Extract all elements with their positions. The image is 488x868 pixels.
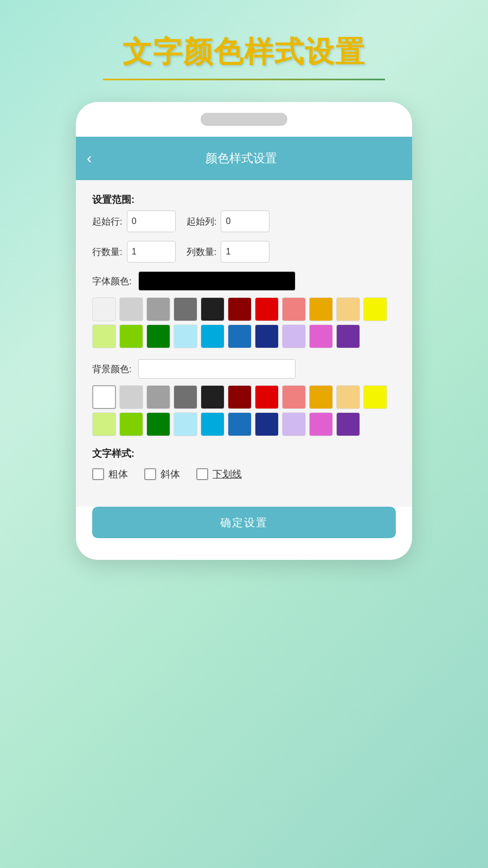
underline-checkbox[interactable] [196, 468, 208, 480]
text-style-label: 文字样式: [92, 447, 396, 460]
row-count-input[interactable] [127, 241, 176, 263]
color-swatch[interactable] [201, 297, 224, 321]
col-count-group: 列数量: [187, 241, 270, 263]
color-swatch[interactable] [174, 385, 197, 409]
color-swatch[interactable] [119, 412, 143, 436]
color-swatch[interactable] [174, 297, 197, 321]
color-swatch[interactable] [363, 297, 387, 321]
color-swatch[interactable] [255, 385, 279, 409]
color-swatch[interactable] [201, 324, 224, 348]
phone-frame: ‹ 颜色样式设置 设置范围: 起始行: 起始列: 行数量: 列数量: [76, 102, 412, 560]
bg-color-swatches [92, 385, 396, 436]
color-swatch[interactable] [92, 412, 116, 436]
app-header: ‹ 颜色样式设置 [76, 137, 412, 180]
bold-option[interactable]: 粗体 [92, 468, 128, 481]
phone-notch [201, 113, 287, 126]
color-swatch[interactable] [119, 385, 143, 409]
color-swatch[interactable] [92, 385, 116, 409]
bg-color-label: 背景颜色: [92, 363, 132, 375]
color-swatch[interactable] [146, 324, 170, 348]
color-swatch[interactable] [92, 324, 116, 348]
italic-checkbox[interactable] [144, 468, 156, 480]
color-swatch[interactable] [119, 324, 143, 348]
start-row-label: 起始行: [92, 215, 123, 228]
color-swatch[interactable] [282, 385, 306, 409]
start-row-row: 起始行: 起始列: [92, 210, 396, 232]
color-swatch[interactable] [255, 324, 279, 348]
color-swatch[interactable] [309, 297, 333, 321]
color-swatch[interactable] [309, 324, 333, 348]
color-swatch[interactable] [228, 412, 252, 436]
start-row-group: 起始行: [92, 210, 176, 232]
bold-label: 粗体 [108, 468, 128, 481]
color-swatch[interactable] [363, 385, 387, 409]
color-swatch[interactable] [146, 385, 170, 409]
color-swatch[interactable] [336, 297, 360, 321]
bg-color-row2 [92, 412, 396, 436]
italic-option[interactable]: 斜体 [144, 468, 180, 481]
title-underline [103, 79, 385, 80]
color-swatch[interactable] [228, 324, 252, 348]
content-area: 设置范围: 起始行: 起始列: 行数量: 列数量: 字体颜色: [76, 180, 412, 507]
color-swatch[interactable] [282, 297, 306, 321]
font-color-label: 字体颜色: [92, 275, 132, 288]
font-color-swatches [92, 297, 396, 348]
color-swatch[interactable] [174, 324, 197, 348]
font-color-preview[interactable] [138, 271, 296, 291]
count-row: 行数量: 列数量: [92, 241, 396, 263]
bg-color-row1 [92, 385, 396, 409]
color-swatch[interactable] [255, 412, 279, 436]
color-swatch[interactable] [309, 385, 333, 409]
start-col-label: 起始列: [187, 215, 217, 228]
color-swatch[interactable] [119, 297, 143, 321]
header-title: 颜色样式设置 [102, 150, 380, 167]
underline-label: 下划线 [213, 468, 242, 481]
start-col-group: 起始列: [187, 210, 270, 232]
color-swatch[interactable] [201, 385, 224, 409]
color-swatch[interactable] [146, 412, 170, 436]
color-swatch[interactable] [255, 297, 279, 321]
row-count-group: 行数量: [92, 241, 176, 263]
underline-option[interactable]: 下划线 [196, 468, 242, 481]
start-row-input[interactable] [127, 210, 176, 232]
back-button[interactable]: ‹ [87, 150, 92, 167]
color-swatch[interactable] [336, 385, 360, 409]
color-swatch[interactable] [92, 297, 116, 321]
italic-label: 斜体 [160, 468, 180, 481]
font-color-row: 字体颜色: [92, 271, 396, 291]
color-swatch[interactable] [228, 385, 252, 409]
color-swatch[interactable] [228, 297, 252, 321]
col-count-input[interactable] [221, 241, 269, 263]
color-swatch[interactable] [174, 412, 197, 436]
color-swatch[interactable] [146, 297, 170, 321]
color-swatch[interactable] [336, 412, 360, 436]
color-swatch[interactable] [282, 412, 306, 436]
start-col-input[interactable] [221, 210, 269, 232]
bold-checkbox[interactable] [92, 468, 104, 480]
font-color-row1 [92, 297, 396, 321]
bg-color-row: 背景颜色: [92, 359, 396, 379]
color-swatch[interactable] [282, 324, 306, 348]
font-color-row2 [92, 324, 396, 348]
text-style-options: 粗体 斜体 下划线 [92, 468, 396, 481]
range-section-label: 设置范围: [92, 193, 396, 206]
row-count-label: 行数量: [92, 246, 123, 258]
page-title: 文字颜色样式设置 [123, 33, 365, 72]
color-swatch[interactable] [201, 412, 224, 436]
bg-color-preview[interactable] [138, 359, 296, 379]
color-swatch[interactable] [336, 324, 360, 348]
col-count-label: 列数量: [187, 246, 217, 258]
confirm-button[interactable]: 确定设置 [92, 507, 396, 538]
color-swatch[interactable] [309, 412, 333, 436]
